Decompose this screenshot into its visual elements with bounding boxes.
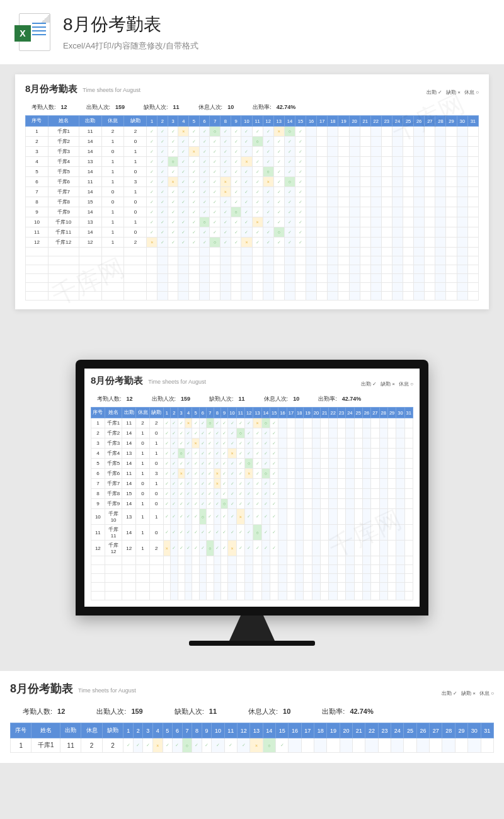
table-row: 3千库31401✓✓✓✓×✓✓✓✓✓✓✓✓✓✓ <box>26 147 479 157</box>
attendance-table: 序号姓名出勤休息缺勤123456789101112131415161718192… <box>91 407 413 600</box>
table-row: 12千库121212×✓✓✓✓✓○✓✓×✓✓✓✓✓ <box>26 238 479 248</box>
table-row: 1千库11122✓✓✓×✓✓○✓✓✓✓✓×○✓ <box>11 738 494 753</box>
monitor-mockup: 8月份考勤表Time sheets for August出勤 ✓缺勤 ×休息 ○… <box>76 360 428 646</box>
excel-x-badge: X <box>14 25 31 42</box>
spreadsheet-preview-cropped: 8月份考勤表Time sheets for August出勤 ✓缺勤 ×休息 ○… <box>0 671 504 763</box>
page-subtitle: Excel/A4打印/内容随意修改/自带格式 <box>63 40 198 52</box>
table-row: 10千库101311✓✓✓✓✓○✓✓✓✓×✓✓✓✓ <box>26 217 479 227</box>
stats-row: 考勤人数:12出勤人次:159缺勤人次:11休息人次:10出勤率:42.74% <box>10 701 494 723</box>
table-row: 1千库11122✓✓✓×✓✓○✓✓✓✓✓×○✓ <box>26 127 479 137</box>
table-row: 2千库21410✓✓✓✓✓✓✓✓✓✓○✓✓✓✓ <box>26 137 479 147</box>
table-row: 3千库31401✓✓✓✓×✓✓✓✓✓✓✓✓✓✓ <box>91 438 413 449</box>
sheet-title-en: Time sheets for August <box>78 687 136 694</box>
table-row: 7千库71401✓✓✓✓✓✓✓×✓✓✓✓✓✓✓ <box>26 187 479 197</box>
stats-row: 考勤人数:12出勤人次:159缺勤人次:11休息人次:10出勤率:42.74% <box>91 391 413 407</box>
table-row: 4千库41311✓✓○✓✓✓✓✓✓×✓✓✓✓✓ <box>26 157 479 167</box>
table-row: 11千库111410✓✓✓✓✓✓✓✓✓✓✓✓○✓✓ <box>91 525 413 541</box>
table-row: 2千库21410✓✓✓✓✓✓✓✓✓✓○✓✓✓✓ <box>91 428 413 438</box>
excel-file-icon: X <box>19 13 50 51</box>
table-row: 4千库41311✓✓○✓✓✓✓✓✓×✓✓✓✓✓ <box>91 449 413 459</box>
sheet-title-en: Time sheets for August <box>83 87 140 93</box>
spreadsheet-preview-main: 8月份考勤表Time sheets for August出勤 ✓缺勤 ×休息 ○… <box>15 74 489 309</box>
page-header: X 8月份考勤表 Excel/A4打印/内容随意修改/自带格式 <box>0 0 504 64</box>
table-row: 5千库51410✓✓✓✓✓✓✓✓✓✓✓○✓✓✓ <box>26 167 479 177</box>
page-title: 8月份考勤表 <box>63 13 198 37</box>
table-row: 1千库11122✓✓✓×✓✓○✓✓✓✓✓×○✓ <box>91 418 413 428</box>
table-row: 9千库91410✓✓✓✓✓✓✓✓○✓✓✓✓✓✓ <box>91 499 413 509</box>
table-row: 6千库61113✓✓×✓✓✓✓×✓✓✓×✓○✓ <box>26 177 479 187</box>
sheet-title-en: Time sheets for August <box>148 379 206 385</box>
stats-row: 考勤人数:12出勤人次:159缺勤人次:11休息人次:10出勤率:42.74% <box>25 100 479 115</box>
table-row: 9千库91410✓✓✓✓✓✓✓✓○✓✓✓✓✓✓ <box>26 207 479 217</box>
table-row: 6千库61113✓✓×✓✓✓✓×✓✓✓×✓○✓ <box>91 469 413 479</box>
table-row: 11千库111410✓✓✓✓✓✓✓✓✓✓✓✓○✓✓ <box>26 227 479 238</box>
table-row: 5千库51410✓✓✓✓✓✓✓✓✓✓✓○✓✓✓ <box>91 459 413 469</box>
table-row: 10千库101311✓✓✓✓✓○✓✓✓✓×✓✓✓✓ <box>91 509 413 525</box>
table-row: 8千库81500✓✓✓✓✓✓✓✓✓✓✓✓✓✓✓ <box>91 489 413 499</box>
sheet-title: 8月份考勤表 <box>10 681 73 696</box>
table-row: 12千库121212×✓✓✓✓✓○✓✓×✓✓✓✓✓ <box>91 541 413 556</box>
table-row: 8千库81500✓✓✓✓✓✓✓✓✓✓✓✓✓✓✓ <box>26 197 479 207</box>
table-row: 7千库71401✓✓✓✓✓✓✓×✓✓✓✓✓✓✓ <box>91 479 413 489</box>
sheet-title: 8月份考勤表 <box>91 375 143 387</box>
sheet-title: 8月份考勤表 <box>25 83 77 95</box>
attendance-table: 序号姓名出勤休息缺勤123456789101112131415161718192… <box>10 723 494 753</box>
attendance-table: 序号姓名出勤休息缺勤123456789101112131415161718192… <box>25 115 479 301</box>
